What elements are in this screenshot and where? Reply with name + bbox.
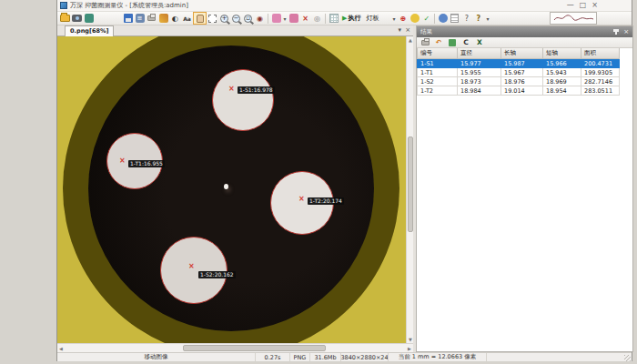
users-icon[interactable]	[437, 13, 449, 25]
copy-c-button[interactable]: C	[461, 38, 470, 47]
table-row[interactable]: 1-S115.97715.98715.966200.4731	[418, 59, 620, 68]
maximize-button[interactable]: □	[580, 1, 587, 10]
inhibition-zone-1-s1	[212, 69, 274, 131]
zone-center-marker: ×	[228, 86, 235, 92]
column-header-id[interactable]: 编号	[418, 48, 458, 59]
measure-alt-icon[interactable]	[288, 13, 299, 25]
table-cell: 18.976	[501, 77, 543, 86]
report-icon[interactable]: ≡	[134, 13, 146, 25]
results-toolbar: ↶ C X	[417, 37, 632, 48]
inhibition-zone-1-s2	[160, 237, 228, 304]
table-cell: 1-T1	[418, 68, 458, 77]
table-cell: 1-S1	[418, 59, 458, 68]
zoom-fit-icon[interactable]: ▫	[242, 13, 254, 25]
confirm-icon[interactable]: ✓	[420, 13, 432, 25]
results-table: 编号 直径 长轴 短轴 面积 1-S115.97715.98715.966200…	[417, 48, 620, 96]
table-cell: 15.967	[501, 68, 543, 77]
settings-icon[interactable]: ◎	[311, 13, 323, 25]
color-pick-icon[interactable]: ◉	[254, 13, 266, 25]
dropdown-icon[interactable]: ▾	[390, 13, 397, 25]
status-calibration: 当前 1 mm = 12.0663 像素	[389, 353, 487, 361]
main-toolbar: ≡ ◐ Aa + − ▫ ◉ ▾ × ◎ ▶ 执行 灯板 ▾ ⊕ ✓ ? ? ▾	[57, 12, 632, 25]
print-results-icon[interactable]	[420, 38, 430, 47]
resize-grip[interactable]	[624, 355, 631, 361]
table-cell: 15.955	[458, 68, 501, 77]
zone-label: 1-S1:16.978	[238, 86, 275, 94]
table-cell: 19.014	[501, 86, 543, 96]
export-icon[interactable]	[448, 38, 457, 47]
table-cell: 18.973	[458, 77, 501, 86]
zone-label: 1-T2:20.174	[308, 197, 344, 205]
status-hint: 移动图像	[57, 353, 256, 361]
table-cell: 18.969	[543, 77, 581, 86]
undo-icon[interactable]: ↶	[434, 38, 443, 47]
zone-center-marker: ×	[298, 197, 305, 202]
zoom-out-icon[interactable]: −	[230, 13, 242, 25]
table-row[interactable]: 1-T218.98419.01418.954283.0511	[418, 86, 620, 96]
status-bar: 移动图像 0.27s PNG 31.6Mb 3840×2880×24 当前 1 …	[57, 352, 632, 361]
image-canvas[interactable]: × × × × 1-S1:16.978 1-T1:16.955 1-T2:20.…	[57, 36, 406, 343]
panel-close-icon[interactable]: ×	[623, 28, 629, 35]
table-cell: 282.7146	[581, 77, 620, 86]
table-cell: 283.0511	[581, 86, 620, 96]
tab-list-dropdown-icon[interactable]: ▾	[399, 26, 402, 34]
open-folder-icon[interactable]	[59, 13, 71, 25]
table-cell: 15.966	[543, 59, 581, 68]
table-row[interactable]: 1-S218.97318.97618.969282.7146	[418, 77, 620, 86]
scroll-right-icon[interactable]: ▶	[406, 345, 413, 352]
more-dropdown-icon[interactable]: ▾	[484, 13, 490, 25]
text-tool-icon[interactable]: Aa	[181, 13, 193, 25]
title-bar: 万深 抑菌圈测量仪 - [系统管理员:admin] — □ ×	[57, 0, 632, 12]
zone-label: 1-S2:20.162	[198, 271, 236, 278]
results-table-body: 1-S115.97715.98715.966200.47311-T115.955…	[418, 59, 620, 96]
scroll-left-icon[interactable]: ◀	[57, 345, 65, 352]
horizontal-scroll-thumb[interactable]	[183, 345, 326, 351]
table-cell: 18.984	[458, 86, 501, 96]
close-button[interactable]: ×	[592, 1, 598, 10]
table-cell: 15.943	[543, 68, 581, 77]
app-window: 万深 抑菌圈测量仪 - [系统管理员:admin] — □ × ≡ ◐ Aa +…	[56, 0, 632, 361]
status-filesize: 31.6Mb	[310, 353, 341, 361]
column-header-diameter[interactable]: 直径	[458, 48, 501, 59]
hand-pan-icon[interactable]	[193, 12, 207, 25]
pin-icon[interactable]	[615, 29, 617, 35]
execute-button[interactable]: ▶ 执行	[339, 14, 363, 23]
horizontal-scrollbar[interactable]: ◀ ▶	[57, 343, 413, 352]
add-circle-icon[interactable]: ⊕	[397, 13, 409, 25]
results-panel-header: 结果 ×	[417, 26, 632, 37]
column-header-area[interactable]: 面积	[581, 48, 620, 59]
brand-logo	[550, 12, 597, 25]
status-format: PNG	[290, 353, 310, 361]
column-header-minor-axis[interactable]: 短轴	[543, 48, 581, 59]
measure-icon[interactable]	[270, 13, 282, 25]
excel-x-button[interactable]: X	[475, 38, 484, 47]
user-query-icon[interactable]: ?	[460, 13, 472, 25]
light-reflection	[224, 184, 228, 189]
table-row[interactable]: 1-T115.95515.96715.943199.9305	[418, 68, 620, 77]
vertical-scrollbar[interactable]: ▲ ▼	[406, 36, 413, 343]
table-cell: 18.954	[543, 86, 581, 96]
tab-close-icon[interactable]: ×	[405, 26, 410, 34]
exposure-icon[interactable]: ◐	[169, 13, 181, 25]
live-capture-icon[interactable]	[83, 13, 95, 25]
table-cell: 15.987	[501, 59, 543, 68]
column-header-major-axis[interactable]: 长轴	[501, 48, 543, 59]
print-icon[interactable]	[146, 13, 157, 25]
pencil-icon[interactable]	[157, 13, 169, 25]
edit-record-icon[interactable]	[449, 13, 460, 25]
minimize-button[interactable]: —	[567, 1, 574, 10]
table-header-row: 编号 直径 长轴 短轴 面积	[418, 48, 620, 59]
table-cell: 199.9305	[581, 68, 620, 77]
hint-icon[interactable]	[409, 13, 420, 25]
window-title: 万深 抑菌圈测量仪 - [系统管理员:admin]	[70, 1, 567, 10]
save-icon[interactable]	[122, 13, 134, 25]
table-cell: 1-S2	[418, 77, 458, 86]
light-panel-button[interactable]: 灯板	[363, 14, 381, 23]
camera-icon[interactable]	[71, 13, 83, 25]
roi-select-icon[interactable]	[207, 13, 218, 25]
help-icon[interactable]: ?	[472, 13, 484, 25]
clear-measure-icon[interactable]: ×	[299, 13, 311, 25]
grid-panel-icon[interactable]	[328, 13, 339, 25]
zoom-in-icon[interactable]: +	[218, 13, 230, 25]
tab-image[interactable]: 0.png[68%]	[65, 25, 114, 36]
